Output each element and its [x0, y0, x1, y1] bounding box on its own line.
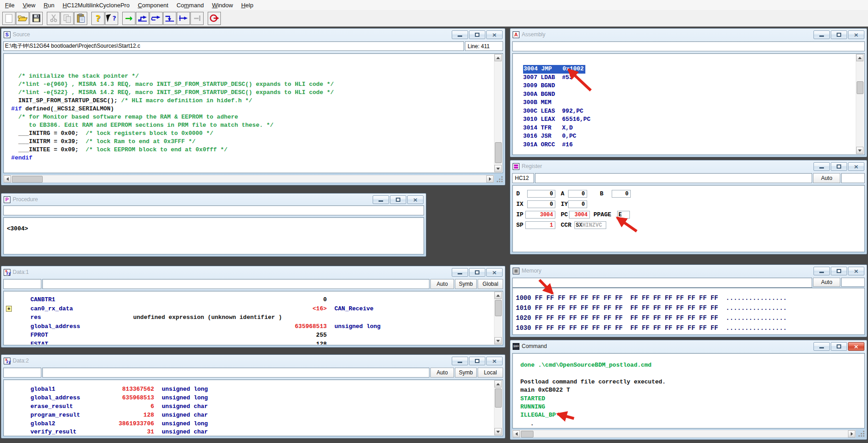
menu-item-run[interactable]: Run — [40, 1, 59, 10]
data1-titlebar[interactable]: xiy Data:1 × — [1, 266, 505, 278]
close-button[interactable]: × — [848, 30, 864, 39]
assembly-vertical-scrollbar[interactable] — [856, 54, 864, 154]
data1-symb-button[interactable]: Symb — [455, 279, 477, 289]
register-titlebar[interactable]: Register × — [510, 160, 867, 172]
register-value-sp[interactable]: 1 — [525, 221, 555, 229]
minimize-button[interactable] — [813, 342, 830, 351]
register-filter-input[interactable] — [535, 173, 812, 183]
command-horizontal-scrollbar[interactable] — [512, 430, 856, 438]
scroll-right-button[interactable] — [486, 175, 494, 183]
register-pane[interactable]: D 0 A 0 B 0 IX 0 IY 0 IP 3004 PC 3004 PP… — [512, 185, 865, 252]
menu-item-file[interactable]: File — [1, 1, 19, 10]
help-button[interactable]: ? — [91, 12, 105, 25]
menu-item-view[interactable]: View — [19, 1, 40, 10]
variable-value[interactable]: 0 — [127, 296, 327, 303]
scroll-up-button[interactable] — [494, 54, 502, 61]
variable-value[interactable]: 128 — [127, 341, 327, 344]
expand-icon[interactable]: + — [6, 306, 12, 312]
source-horizontal-scrollbar[interactable] — [3, 175, 494, 183]
close-button[interactable]: × — [486, 30, 503, 39]
close-button[interactable]: × — [407, 195, 424, 204]
close-button[interactable]: × — [848, 342, 864, 351]
variable-value[interactable]: 813367562 — [88, 386, 154, 393]
data2-vertical-scrollbar[interactable] — [494, 380, 502, 435]
maximize-button[interactable] — [831, 30, 847, 39]
close-button[interactable]: × — [486, 357, 503, 365]
data2-pane[interactable]: global1813367562unsigned longglobal_addr… — [3, 379, 503, 436]
data1-context-input[interactable] — [3, 279, 41, 289]
data2-titlebar[interactable]: xiy Data:2 × — [1, 355, 505, 367]
close-button[interactable]: × — [848, 267, 864, 275]
menu-item-hc12multilinkcyclonepro[interactable]: HC12MultilinkCyclonePro — [59, 1, 134, 10]
memory-auto-button[interactable]: Auto — [813, 278, 840, 287]
variable-value[interactable]: 128 — [88, 412, 154, 418]
save-button[interactable] — [30, 12, 43, 25]
register-value-pc[interactable]: 3004 — [569, 211, 590, 219]
register-value-d[interactable]: 0 — [527, 190, 555, 198]
menu-item-command[interactable]: Command — [172, 1, 208, 10]
menu-item-window[interactable]: Window — [208, 1, 237, 10]
register-auto-button[interactable]: Auto — [813, 173, 840, 183]
variable-value[interactable]: 6 — [88, 403, 154, 410]
scroll-thumb[interactable] — [521, 431, 534, 438]
minimize-button[interactable] — [452, 268, 468, 277]
step-out-button[interactable] — [150, 12, 163, 25]
scroll-down-button[interactable] — [856, 147, 863, 154]
memory-pane[interactable]: 1000 FF FF FF FF FF FF FF FF FF FF FF FF… — [512, 288, 865, 335]
variable-value[interactable]: <16> — [127, 305, 327, 312]
context-help-button[interactable]: ? — [105, 12, 118, 25]
assembly-step-button[interactable] — [177, 12, 190, 25]
scroll-up-button[interactable] — [494, 380, 502, 388]
scroll-down-button[interactable] — [494, 337, 502, 344]
scroll-thumb[interactable] — [495, 300, 502, 316]
source-vertical-scrollbar[interactable] — [494, 54, 502, 172]
data1-auto-button[interactable]: Auto — [430, 279, 454, 289]
register-value-ix[interactable]: 0 — [527, 200, 555, 208]
maximize-button[interactable] — [831, 342, 847, 351]
scroll-thumb[interactable] — [857, 81, 863, 94]
command-pane[interactable]: done .\cmd\OpenSourceBDM_postload.cmd Po… — [512, 353, 865, 428]
data1-global-button[interactable]: Global — [478, 279, 503, 289]
register-value-iy[interactable]: 0 — [568, 200, 587, 208]
scroll-left-button[interactable] — [513, 430, 520, 438]
data1-pane[interactable]: CANBTR10+can0_rx_data<16>CAN_Receiveresu… — [3, 291, 503, 345]
maximize-button[interactable] — [469, 268, 485, 277]
variable-value[interactable]: 3861933706 — [88, 420, 154, 427]
minimize-button[interactable] — [813, 30, 830, 39]
variable-value[interactable]: 255 — [127, 332, 327, 338]
assembly-titlebar[interactable]: A Assembly × — [510, 29, 867, 40]
memory-titlebar[interactable]: Memory × — [510, 265, 867, 277]
scroll-thumb[interactable] — [495, 388, 502, 408]
scroll-up-button[interactable] — [856, 54, 863, 61]
maximize-button[interactable] — [390, 195, 406, 204]
maximize-button[interactable] — [831, 267, 847, 275]
source-code-pane[interactable]: /* initialize the stack pointer */ /*lin… — [3, 53, 503, 173]
register-value-ccr[interactable]: SXHINZVC — [574, 221, 606, 229]
open-file-button[interactable] — [16, 12, 29, 25]
memory-address-input[interactable] — [512, 278, 812, 288]
minimize-button[interactable] — [813, 267, 830, 275]
data2-auto-button[interactable]: Auto — [430, 368, 454, 378]
source-path-input[interactable] — [3, 41, 464, 51]
maximize-button[interactable] — [469, 30, 485, 39]
assembly-code-pane[interactable]: 3004 JMP 0x10023007 LDAB #533009 BGND300… — [512, 53, 865, 155]
procedure-pane[interactable]: <3004> — [3, 217, 424, 254]
resize-grip[interactable] — [497, 177, 503, 183]
cut-button[interactable] — [47, 12, 60, 25]
register-value-ip[interactable]: 3004 — [525, 211, 555, 219]
procedure-filter-input[interactable] — [3, 205, 424, 215]
assembly-address-input[interactable] — [512, 41, 865, 51]
scroll-down-button[interactable] — [494, 428, 502, 435]
data2-filter-input[interactable] — [42, 368, 429, 378]
new-file-button[interactable] — [2, 12, 15, 25]
step-into-button[interactable] — [163, 12, 176, 25]
minimize-button[interactable] — [373, 195, 389, 204]
scroll-down-button[interactable] — [494, 165, 502, 172]
variable-value[interactable]: 31 — [88, 428, 154, 435]
data2-context-input[interactable] — [3, 368, 41, 378]
command-titlebar[interactable]: in> Command × — [510, 340, 867, 352]
menu-item-help[interactable]: Help — [237, 1, 258, 10]
data1-vertical-scrollbar[interactable] — [494, 292, 502, 344]
register-value-ppage[interactable]: E — [617, 211, 630, 219]
menu-item-component[interactable]: Component — [134, 1, 172, 10]
